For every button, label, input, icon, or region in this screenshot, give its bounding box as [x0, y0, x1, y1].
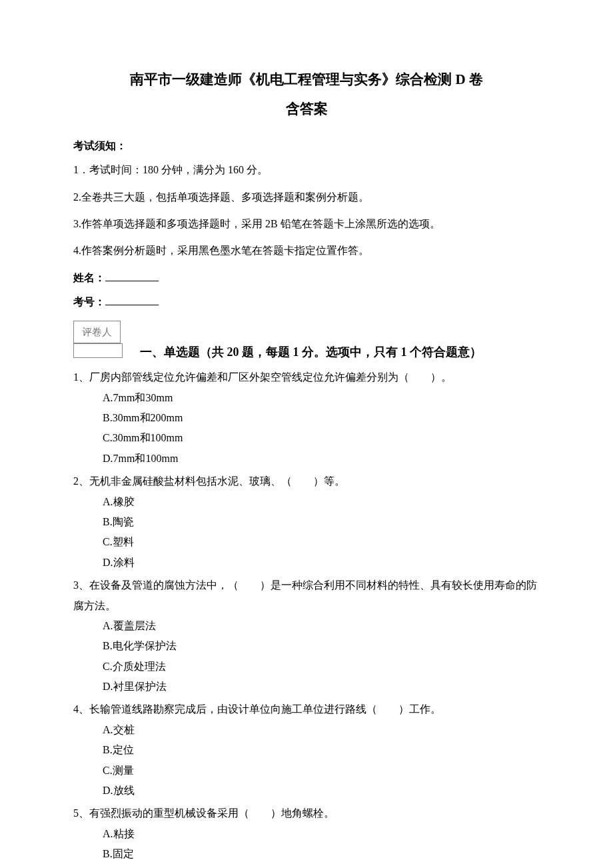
question-option: A.交桩: [103, 720, 540, 740]
question-block: 5、有强烈振动的重型机械设备采用（ ）地角螺栓。 A.粘接 B.固定 C.胀错 …: [73, 803, 540, 868]
notice-item: 1．考试时间：180 分钟，满分为 160 分。: [73, 160, 540, 180]
exam-number-label: 考号：: [73, 296, 105, 307]
question-option: B.定位: [103, 740, 540, 760]
question-option: C.介质处理法: [103, 657, 540, 677]
name-label: 姓名：: [73, 272, 105, 283]
notice-heading: 考试须知：: [73, 136, 540, 156]
notice-item: 4.作答案例分析题时，采用黑色墨水笔在答题卡指定位置作答。: [73, 241, 540, 261]
question-option: B.电化学保护法: [103, 636, 540, 656]
question-text: 1、厂房内部管线定位允许偏差和厂区外架空管线定位允许偏差分别为（ ）。: [73, 367, 540, 387]
question-text: 5、有强烈振动的重型机械设备采用（ ）地角螺栓。: [73, 803, 540, 823]
grader-box-label: 评卷人: [73, 321, 121, 344]
question-text: 2、无机非金属硅酸盐材料包括水泥、玻璃、（ ）等。: [73, 471, 540, 491]
page-title: 南平市一级建造师《机电工程管理与实务》综合检测 D 卷: [73, 67, 540, 93]
question-option: A.粘接: [103, 824, 540, 844]
section-heading: 一、单选题（共 20 题，每题 1 分。选项中，只有 1 个符合题意）: [140, 341, 482, 363]
question-option: A.覆盖层法: [103, 616, 540, 636]
question-option: A.橡胶: [103, 492, 540, 512]
question-option: D.衬里保护法: [103, 677, 540, 697]
question-option: C.30mm和100mm: [103, 428, 540, 448]
question-block: 3、在设备及管道的腐蚀方法中，（ ）是一种综合利用不同材料的特性、具有较长使用寿…: [73, 575, 540, 697]
question-option: A.7mm和30mm: [103, 388, 540, 408]
question-block: 4、长输管道线路勘察完成后，由设计单位向施工单位进行路线（ ）工作。 A.交桩 …: [73, 699, 540, 801]
question-option: B.固定: [103, 844, 540, 864]
exam-number-input-line[interactable]: [105, 295, 159, 305]
notice-item: 2.全卷共三大题，包括单项选择题、多项选择题和案例分析题。: [73, 187, 540, 207]
name-input-line[interactable]: [105, 271, 159, 281]
question-option: C.胀错: [103, 865, 540, 868]
question-option: C.测量: [103, 761, 540, 781]
question-text: 3、在设备及管道的腐蚀方法中，（ ）是一种综合利用不同材料的特性、具有较长使用寿…: [73, 575, 540, 616]
question-text: 4、长输管道线路勘察完成后，由设计单位向施工单位进行路线（ ）工作。: [73, 699, 540, 719]
question-option: C.塑料: [103, 532, 540, 552]
question-option: B.陶瓷: [103, 512, 540, 532]
question-option: B.30mm和200mm: [103, 408, 540, 428]
question-option: D.涂料: [103, 553, 540, 573]
page-subtitle: 含答案: [73, 96, 540, 123]
question-block: 1、厂房内部管线定位允许偏差和厂区外架空管线定位允许偏差分别为（ ）。 A.7m…: [73, 367, 540, 469]
question-option: D.放线: [103, 781, 540, 801]
question-block: 2、无机非金属硅酸盐材料包括水泥、玻璃、（ ）等。 A.橡胶 B.陶瓷 C.塑料…: [73, 471, 540, 573]
exam-number-row: 考号：: [73, 292, 540, 312]
name-field-row: 姓名：: [73, 268, 540, 288]
question-option: D.7mm和100mm: [103, 449, 540, 469]
notice-item: 3.作答单项选择题和多项选择题时，采用 2B 铅笔在答题卡上涂黑所选的选项。: [73, 214, 540, 234]
